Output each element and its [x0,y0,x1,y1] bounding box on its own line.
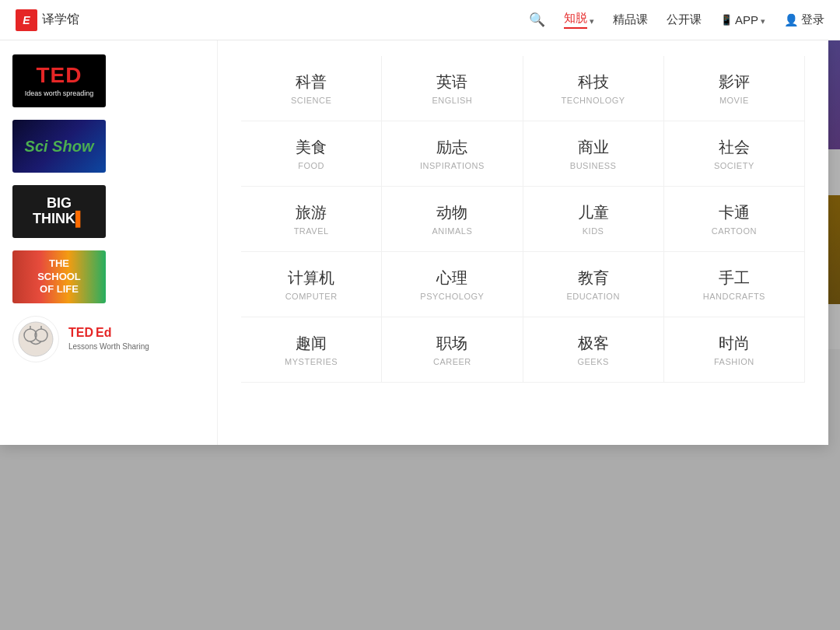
category-en-8: TRAVEL [294,226,329,236]
category-zh-19: 时尚 [719,333,750,354]
category-zh-6: 商业 [578,137,609,158]
channel-item-ted[interactable]: TED Ideas worth spreading [0,48,217,114]
category-zh-13: 心理 [436,268,467,289]
category-item-english[interactable]: 英语 ENGLISH [382,56,523,121]
ted-tagline: Ideas worth spreading [25,89,94,99]
category-zh-4: 美食 [296,137,327,158]
category-en-19: FASHION [714,357,754,366]
zhituo-arrow-icon [590,13,594,27]
category-zh-17: 职场 [436,333,467,354]
teded-ed-part: Ed [96,326,111,340]
category-item-fashion[interactable]: 时尚 FASHION [664,317,805,383]
category-en-3: MOVIE [719,96,749,105]
category-item-computer[interactable]: 计算机 COMPUTER [241,252,382,317]
dropdown-panel: TED Ideas worth spreading Sci Show BIGTH… [0,40,828,445]
channel-item-scishow[interactable]: Sci Show [0,114,217,179]
category-en-7: SOCIETY [714,161,754,170]
category-zh-14: 教育 [578,268,609,289]
scishow-thumbnail: Sci Show [12,120,106,173]
category-en-17: CAREER [433,357,471,366]
category-zh-8: 旅游 [296,202,327,223]
bigthink-logo-text: BIGTHINK▌ [33,196,86,227]
teded-info: TED Ed Lessons Worth Sharing [68,326,149,352]
logo-icon: E [16,9,37,31]
logo[interactable]: E 译学馆 [16,9,79,31]
header-nav: 🔍 知脱 精品课 公开课 📱 APP 👤 登录 [529,11,824,29]
teded-ted-part: TED [68,326,93,340]
header: E 译学馆 🔍 知脱 精品课 公开课 📱 APP 👤 登录 [0,0,840,40]
nav-zhituo[interactable]: 知脱 [564,11,594,29]
category-item-food[interactable]: 美食 FOOD [241,121,382,187]
schooloflife-thumbnail: THESCHOOLOF LIFE [12,250,106,303]
nav-jingpin[interactable]: 精品课 [613,12,648,27]
category-item-business[interactable]: 商业 BUSINESS [523,121,664,187]
category-item-society[interactable]: 社会 SOCIETY [664,121,805,187]
user-icon: 👤 [784,13,799,27]
app-arrow-icon [761,13,765,26]
category-item-career[interactable]: 职场 CAREER [382,317,523,383]
category-zh-0: 科普 [296,72,327,93]
category-zh-9: 动物 [436,202,467,223]
ted-thumbnail: TED Ideas worth spreading [12,54,106,107]
category-en-1: ENGLISH [432,96,472,105]
category-zh-3: 影评 [719,72,750,93]
category-en-4: FOOD [298,161,324,170]
nav-app[interactable]: 📱 APP [720,13,765,26]
category-en-9: ANIMALS [432,226,472,236]
category-item-psychology[interactable]: 心理 PSYCHOLOGY [382,252,523,317]
login-button[interactable]: 👤 登录 [784,12,824,27]
scishow-logo-text: Sci Show [25,138,94,156]
category-en-0: SCIENCE [291,96,331,105]
category-item-handcrafts[interactable]: 手工 HANDCRAFTS [664,252,805,317]
category-zh-10: 儿童 [578,202,609,223]
category-item-technology[interactable]: 科技 TECHNOLOGY [523,56,664,121]
channel-list: TED Ideas worth spreading Sci Show BIGTH… [0,40,218,445]
category-zh-7: 社会 [719,137,750,158]
teded-logo: TED Ed [68,326,149,340]
login-label[interactable]: 登录 [801,12,824,27]
category-zh-18: 极客 [578,333,609,354]
category-zh-11: 卡通 [719,202,750,223]
category-item-travel[interactable]: 旅游 TRAVEL [241,187,382,252]
category-zh-15: 手工 [719,268,750,289]
channel-item-teded[interactable]: TED Ed Lessons Worth Sharing [0,310,217,369]
category-item-education[interactable]: 教育 EDUCATION [523,252,664,317]
category-en-2: TECHNOLOGY [562,96,625,105]
teded-brain-icon [12,316,59,362]
category-en-18: GEEKS [577,357,608,366]
category-zh-16: 趣闻 [296,333,327,354]
ted-logo-text: TED [37,63,82,88]
category-zh-2: 科技 [578,72,609,93]
category-en-15: HANDCRAFTS [703,292,765,301]
channel-item-bigthink[interactable]: BIGTHINK▌ [0,179,217,244]
nav-app-label[interactable]: APP [735,13,758,26]
nav-zhituo-label[interactable]: 知脱 [564,11,587,29]
phone-icon: 📱 [720,14,733,26]
category-en-6: BUSINESS [570,161,617,170]
category-zh-5: 励志 [436,137,467,158]
category-item-geeks[interactable]: 极客 GEEKS [523,317,664,383]
category-en-10: KIDS [583,226,604,236]
nav-gongkai[interactable]: 公开课 [667,12,702,27]
category-item-cartoon[interactable]: 卡通 CARTOON [664,187,805,252]
category-zh-1: 英语 [436,72,467,93]
category-item-inspirations[interactable]: 励志 INSPIRATIONS [382,121,523,187]
teded-sub-label: Lessons Worth Sharing [68,341,149,352]
category-en-14: EDUCATION [566,292,619,301]
category-item-mysteries[interactable]: 趣闻 MYSTERIES [241,317,382,383]
category-en-13: PSYCHOLOGY [420,292,484,301]
category-item-science[interactable]: 科普 SCIENCE [241,56,382,121]
category-item-movie[interactable]: 影评 MOVIE [664,56,805,121]
category-item-kids[interactable]: 儿童 KIDS [523,187,664,252]
category-en-11: CARTOON [712,226,757,236]
category-en-5: INSPIRATIONS [420,161,485,170]
category-zh-12: 计算机 [288,268,334,289]
search-icon[interactable]: 🔍 [529,12,545,28]
channel-item-schooloflife[interactable]: THESCHOOLOF LIFE [0,244,217,310]
category-en-16: MYSTERIES [285,357,338,366]
category-grid: 科普 SCIENCE 英语 ENGLISH 科技 TECHNOLOGY 影评 M… [218,40,828,445]
category-en-12: COMPUTER [285,292,338,301]
bigthink-thumbnail: BIGTHINK▌ [12,185,106,238]
schooloflife-logo-text: THESCHOOLOF LIFE [37,257,81,297]
category-item-animals[interactable]: 动物 ANIMALS [382,187,523,252]
